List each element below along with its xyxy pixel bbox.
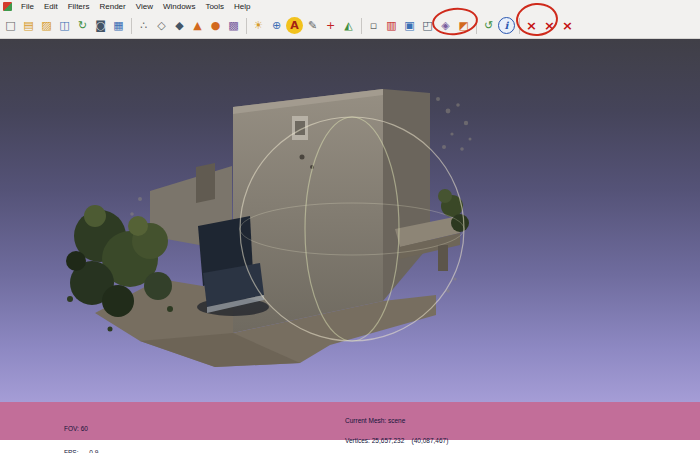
select-faces-button[interactable]: ▥ (383, 17, 400, 34)
vertex-paint-button[interactable]: ◈ (437, 17, 454, 34)
reload-mesh-button[interactable]: ↻ (74, 17, 91, 34)
orientation-globe-button[interactable]: ⊕ (268, 17, 285, 34)
toolbar-separator (476, 18, 477, 34)
paint-tool-button[interactable]: ◭ (340, 17, 357, 34)
texture-mode-button[interactable]: ▩ (225, 17, 242, 34)
manipulator-tool-button[interactable]: ◰ (419, 17, 436, 34)
export-mesh-button[interactable]: ◫ (56, 17, 73, 34)
toolbar-separator (361, 18, 362, 34)
show-layers-button[interactable]: ▦ (110, 17, 127, 34)
current-mesh-label: Current Mesh: scene (345, 418, 448, 425)
flat-shading-mode-button[interactable]: ▲ (189, 17, 206, 34)
toolbar: □ ▤ ▨ ◫ ↻ ◙ ▦ ∴ ◇ ◆ ▲ ● ▩ ☀ ⊕ A ✎ + ◭ ▫ … (0, 13, 700, 39)
points-mode-button[interactable]: ∴ (135, 17, 152, 34)
undo-orientation-button[interactable]: ↺ (480, 17, 497, 34)
hidden-lines-mode-button[interactable]: ◆ (171, 17, 188, 34)
fov-value: FOV: 60 (64, 425, 165, 433)
menu-windows[interactable]: Windows (158, 1, 200, 12)
delete-selected-button[interactable]: × (559, 17, 576, 34)
menu-bar: File Edit Filters Render View Windows To… (0, 0, 700, 13)
delete-all-meshes-button[interactable]: × (541, 17, 558, 34)
status-bar: FOV: 60 FPS: 0.9 IMMEDIATE_MODE_RENDERIN… (0, 402, 700, 440)
new-project-button[interactable]: □ (2, 17, 19, 34)
menu-edit[interactable]: Edit (39, 1, 63, 12)
delete-current-mesh-button[interactable]: × (523, 17, 540, 34)
viewport-canvas[interactable] (0, 39, 700, 402)
info-button[interactable]: i (498, 17, 515, 34)
fps-value: FPS: 0.9 (64, 449, 165, 453)
wireframe-mode-button[interactable]: ◇ (153, 17, 170, 34)
measure-tool-button[interactable]: ✎ (304, 17, 321, 34)
mesh-stats: Current Mesh: scene Vertices: 25,657,232… (345, 405, 448, 453)
menu-render[interactable]: Render (94, 1, 130, 12)
select-vertices-button[interactable]: ▫ (365, 17, 382, 34)
select-connected-button[interactable]: ▣ (401, 17, 418, 34)
menu-tools[interactable]: Tools (200, 1, 229, 12)
font-overlay-button[interactable]: A (286, 17, 303, 34)
toolbar-separator (519, 18, 520, 34)
app-logo-icon (3, 2, 12, 11)
menu-help[interactable]: Help (229, 1, 255, 12)
smooth-shading-mode-button[interactable]: ● (207, 17, 224, 34)
open-project-button[interactable]: ▤ (20, 17, 37, 34)
light-toggle-button[interactable]: ☀ (250, 17, 267, 34)
menu-filters[interactable]: Filters (63, 1, 95, 12)
point-picker-button[interactable]: + (322, 17, 339, 34)
vertices-count: Vertices: 25,657,232 (40,087,467) (345, 438, 448, 445)
render-stats: FOV: 60 FPS: 0.9 IMMEDIATE_MODE_RENDERIN… (64, 409, 165, 453)
snapshot-button[interactable]: ◙ (92, 17, 109, 34)
menu-file[interactable]: File (16, 1, 39, 12)
toolbar-separator (246, 18, 247, 34)
room-scan-render (0, 39, 700, 402)
quality-mapper-button[interactable]: ◩ (455, 17, 472, 34)
menu-view[interactable]: View (131, 1, 158, 12)
toolbar-separator (131, 18, 132, 34)
import-mesh-button[interactable]: ▨ (38, 17, 55, 34)
meshlab-window: File Edit Filters Render View Windows To… (0, 0, 700, 453)
